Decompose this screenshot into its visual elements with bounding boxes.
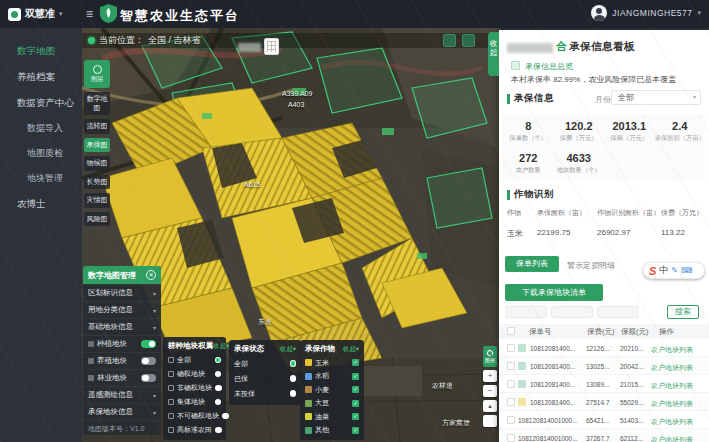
table-row: 10812081400... 27514.7 55029... 农户地块列表 (499, 393, 709, 411)
layer-button-disaster[interactable]: 灾情图 (84, 193, 110, 208)
breeding-parcel-toggle[interactable] (141, 357, 156, 366)
layer-group-remote-sensing[interactable]: 遥感测绘信息▾ (83, 386, 161, 403)
collapse-link[interactable]: 收起▾ (213, 342, 229, 351)
stat-farmer-count: 272农户数量 (503, 152, 554, 175)
ime-lang-icon[interactable]: 中 (659, 264, 668, 277)
compass-button[interactable]: ▲ (483, 400, 497, 412)
ownership-option-all[interactable]: 全部 (163, 353, 226, 367)
farmer-parcel-link[interactable]: 农户地块列表 (651, 435, 693, 442)
collapse-link[interactable]: 收起▾ (280, 345, 296, 354)
checkbox-checked-icon[interactable]: ✓ (352, 413, 359, 420)
zoom-in-button[interactable]: + (483, 370, 497, 382)
checkbox-checked-icon[interactable]: ✓ (352, 373, 359, 380)
notice-icon (511, 61, 520, 70)
row-checkbox[interactable] (507, 380, 515, 388)
status-option-insured[interactable]: 已保 (229, 371, 301, 386)
row-checkbox[interactable] (507, 344, 515, 352)
sidebar-item-data-import[interactable]: 数据导入 (0, 116, 82, 141)
keyboard-icon[interactable]: ⌨ (681, 266, 693, 275)
ime-toolbar[interactable]: S 中 ✎ ⌨ (643, 262, 705, 279)
row-checkbox[interactable] (507, 398, 515, 406)
layer-group-landuse[interactable]: 用地分类信息▾ (83, 301, 161, 318)
filter-input-1[interactable] (505, 306, 547, 318)
map-quick-button-2[interactable] (462, 34, 475, 47)
farmer-parcel-link[interactable]: 农户地块列表 (651, 399, 693, 409)
farmer-parcel-link[interactable]: 农户地块列表 (651, 381, 693, 391)
filter-input-3[interactable] (597, 306, 639, 318)
radio-icon (215, 399, 222, 406)
layer-group-district[interactable]: 区划标识信息▾ (83, 284, 161, 301)
map-canvas[interactable]: 当前位置： 全国 / 吉林省 A399 A09 A403 A615 东发 农林道… (82, 28, 499, 442)
policy-no: 10812081400... (530, 345, 575, 352)
farmer-parcel-link[interactable]: 农户地块列表 (651, 417, 693, 427)
checkbox-checked-icon[interactable]: ✓ (352, 427, 359, 434)
radio-icon (215, 385, 222, 392)
collapse-link[interactable]: 收起▾ (343, 345, 359, 354)
basemap-switch-button[interactable] (264, 38, 279, 55)
fullscreen-button[interactable] (483, 415, 497, 427)
ownership-option-untitled[interactable]: 非确权地块 (163, 381, 226, 395)
table-row: 108120814001000... 65421... 51403... 农户地… (499, 411, 709, 429)
status-option-uninsured[interactable]: 未投保 (229, 386, 301, 401)
radio-icon (215, 357, 222, 364)
checkbox-checked-icon[interactable]: ✓ (352, 359, 359, 366)
crop-legend-wheat: 小麦✓ (300, 383, 364, 397)
col-header-premium: 保费（万元） (661, 208, 703, 218)
insure-stats-grid: 8保单数（个） 120.2保费（万元） 2013.1保额（万元） 2.4承保面积… (503, 114, 705, 181)
ownership-option-collective[interactable]: 集体地块 (163, 395, 226, 409)
search-button[interactable]: 搜索 (667, 305, 699, 319)
panel-collapse-tab[interactable]: 收起 (488, 32, 499, 76)
farmer-parcel-link[interactable]: 农户地块列表 (651, 345, 693, 355)
layer-button-risk[interactable]: 风险图 (84, 212, 110, 227)
toggle-row-breeding: 养殖地块 (83, 352, 161, 369)
insurance-dashboard-panel: 收起 合 承保信息看板 承保信息总览 本村承保率 82.99%，农业风险保障已基… (499, 30, 709, 442)
sidebar-item-data-asset-center[interactable]: 数据资产中心 (0, 90, 82, 116)
redacted-region (507, 43, 553, 53)
map-controls: 图例 + − ▲ (483, 346, 497, 427)
sidebar-item-breeding-archive[interactable]: 养殖档案 (0, 64, 82, 90)
cell-premium: 113.22 (661, 228, 685, 237)
layer-group-basic-parcel[interactable]: 基础地块信息▾ (83, 318, 161, 335)
farmer-parcel-link[interactable]: 农户地块列表 (651, 363, 693, 373)
month-label: 月份 (595, 94, 611, 105)
month-select[interactable]: 全部 ▾ (611, 90, 701, 105)
tab-policy-list[interactable]: 保单列表 (505, 256, 559, 272)
sidebar-item-map-qc[interactable]: 地图质检 (0, 141, 82, 166)
col-header-crop: 作物 (507, 208, 521, 218)
sidebar-item-agri-doctor[interactable]: 农博士 (0, 191, 82, 217)
checkbox-checked-icon[interactable]: ✓ (352, 386, 359, 393)
row-checkbox[interactable] (507, 434, 515, 442)
org-switcher[interactable]: 双慧准 ▾ (8, 7, 63, 21)
forestry-parcel-toggle[interactable] (141, 374, 156, 383)
planting-parcel-toggle[interactable] (141, 340, 156, 349)
layer-tool-button[interactable]: 图层 (84, 60, 110, 88)
download-parcel-list-button[interactable]: 下载承保地块清单 (505, 284, 603, 301)
layer-button-transfer[interactable]: 流转图 (84, 119, 110, 134)
policy-fee: 27514.7 (586, 399, 610, 406)
select-all-checkbox[interactable] (507, 327, 515, 335)
map-quick-button-1[interactable] (443, 34, 456, 47)
sidebar-item-parcel-management[interactable]: 地块管理 (0, 166, 82, 191)
status-option-all[interactable]: 全部 (229, 356, 301, 371)
layer-button-growth[interactable]: 长势图 (84, 175, 110, 190)
layer-group-insured-parcel[interactable]: 承保地块信息▾ (83, 403, 161, 420)
row-checkbox[interactable] (507, 416, 515, 424)
sidebar-item-digital-map[interactable]: 数字地图 (0, 38, 82, 64)
row-checkbox[interactable] (507, 362, 515, 370)
layer-button-insured[interactable]: 承保图 (84, 138, 110, 153)
user-menu[interactable]: JIANGMINGHE577 ▾ (591, 5, 701, 21)
layer-button-phenology[interactable]: 物候图 (84, 156, 110, 171)
filter-input-2[interactable] (551, 306, 593, 318)
section-insure-info: 承保信息 (507, 92, 554, 105)
sidebar-collapse-icon[interactable]: ≡ (86, 7, 93, 21)
ownership-option-nontitleable[interactable]: 不可确权地块 (163, 409, 226, 423)
checkbox-checked-icon[interactable]: ✓ (352, 400, 359, 407)
zoom-out-button[interactable]: − (483, 385, 497, 397)
pen-icon[interactable]: ✎ (671, 266, 678, 275)
layer-button-digital-map[interactable]: 数字地图 (84, 92, 110, 115)
close-icon[interactable]: ✕ (146, 270, 156, 280)
tab-warning-detail[interactable]: 警示定损明细 (567, 260, 615, 271)
ownership-option-titled[interactable]: 确权地块 (163, 367, 226, 381)
ownership-option-hq-farmland[interactable]: 高标准农田 (163, 423, 226, 437)
radio-icon (215, 371, 222, 378)
